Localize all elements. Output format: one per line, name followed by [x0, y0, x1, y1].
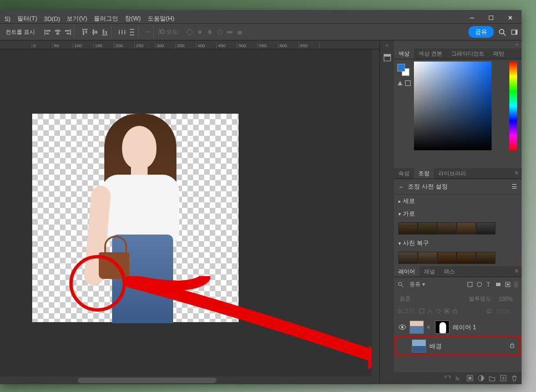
distribute-h-icon[interactable]: [118, 28, 126, 36]
adjustment-layer-icon[interactable]: [477, 374, 485, 382]
more-options[interactable]: ⋯: [143, 26, 154, 38]
lock-artboard-icon[interactable]: [443, 308, 450, 314]
menu-view[interactable]: 보기(V): [63, 14, 90, 23]
menu-help[interactable]: 도움말(H): [144, 14, 178, 23]
layer-thumbnail[interactable]: [409, 320, 424, 334]
tab-properties[interactable]: 속성: [394, 168, 414, 179]
layer-filter-dropdown[interactable]: 종류 ▾: [407, 279, 446, 289]
search-icon[interactable]: [498, 28, 506, 36]
tab-channels[interactable]: 채널: [419, 266, 439, 277]
preset-thumb[interactable]: [418, 222, 437, 235]
menu-s[interactable]: S): [1, 16, 14, 22]
menu-filter[interactable]: 필터(T): [14, 14, 41, 23]
camera-icon[interactable]: [236, 28, 244, 36]
slide-icon[interactable]: [226, 28, 234, 36]
dolly-icon[interactable]: [206, 28, 214, 36]
scrollbar-thumb[interactable]: [78, 378, 216, 383]
history-panel-icon[interactable]: [382, 53, 392, 63]
menu-plugin[interactable]: 플러그인: [90, 14, 122, 23]
menu-window[interactable]: 창(W): [122, 14, 144, 23]
delete-layer-icon[interactable]: [510, 374, 518, 382]
adj-section-photo-restore[interactable]: 사진 복구: [394, 237, 522, 250]
preset-thumb[interactable]: [476, 252, 495, 264]
lock-icon[interactable]: [509, 343, 515, 349]
foreground-color-swatch[interactable]: [397, 64, 405, 72]
filter-type-icon[interactable]: T: [486, 281, 492, 288]
align-right-icon[interactable]: [64, 28, 72, 36]
visibility-toggle[interactable]: [398, 323, 406, 331]
fill-input[interactable]: 100%: [496, 308, 518, 314]
roll-icon[interactable]: [216, 28, 224, 36]
filter-adjustment-icon[interactable]: [476, 281, 483, 288]
menu-3d[interactable]: 3D(D): [41, 16, 63, 22]
lock-pixels-icon[interactable]: [427, 308, 433, 314]
panels-collapse-icon[interactable]: »: [394, 40, 522, 48]
align-middle-icon[interactable]: [91, 28, 99, 36]
list-view-icon[interactable]: ☰: [512, 183, 517, 190]
filter-pixel-icon[interactable]: [467, 281, 473, 288]
tab-paths[interactable]: 패스: [439, 266, 459, 277]
preset-thumb[interactable]: [457, 222, 476, 235]
distribute-v-icon[interactable]: [128, 28, 136, 36]
close-button[interactable]: ✕: [500, 12, 519, 23]
preset-thumb[interactable]: [418, 252, 437, 264]
adj-section-vertical[interactable]: 세로: [394, 195, 522, 207]
filter-smart-icon[interactable]: [504, 281, 511, 288]
back-arrow-icon[interactable]: ←: [398, 184, 404, 190]
horizontal-scrollbar[interactable]: [0, 376, 380, 384]
layers-panel-menu-icon[interactable]: ≡: [512, 266, 522, 277]
layer-row-background[interactable]: 배경: [395, 336, 520, 356]
web-safe-color[interactable]: [405, 80, 411, 86]
tab-adjustments[interactable]: 조정: [414, 168, 434, 179]
tab-patterns[interactable]: 패턴: [489, 48, 509, 59]
layer-name[interactable]: 배경: [429, 342, 442, 350]
fx-icon[interactable]: fx: [455, 374, 463, 382]
preset-thumb[interactable]: [437, 252, 457, 264]
panel-menu-icon[interactable]: ≡: [512, 168, 522, 179]
control-panel-toggle[interactable]: 컨트롤 표시: [3, 28, 37, 36]
tab-layers[interactable]: 레이어: [394, 266, 419, 277]
layer-mask-thumbnail[interactable]: [435, 320, 449, 334]
link-layers-icon[interactable]: [444, 374, 452, 382]
preset-thumb[interactable]: [398, 252, 418, 264]
blend-mode-dropdown[interactable]: 표준: [397, 294, 447, 304]
align-center-h-icon[interactable]: [54, 28, 62, 36]
filter-shape-icon[interactable]: [495, 281, 502, 288]
foreground-background-colors[interactable]: [397, 64, 409, 76]
layer-row-1[interactable]: ⎘ 레이어 1: [394, 318, 522, 336]
collapse-chevron-icon[interactable]: «: [386, 43, 388, 48]
adj-section-horizontal[interactable]: 가로: [394, 207, 522, 220]
tab-color[interactable]: 색상: [394, 48, 414, 59]
tab-gradients[interactable]: 그레이디언트: [447, 48, 489, 59]
share-button[interactable]: 공유: [468, 26, 494, 38]
tab-libraries[interactable]: 라이브러리: [434, 168, 471, 179]
maximize-button[interactable]: ☐: [482, 12, 500, 23]
preset-thumb[interactable]: [437, 222, 457, 235]
minimize-button[interactable]: ─: [463, 12, 482, 23]
hue-slider[interactable]: [509, 62, 517, 150]
layer-name[interactable]: 레이어 1: [453, 323, 476, 332]
workspace-icon[interactable]: [510, 28, 518, 36]
tab-swatches[interactable]: 색상 견본: [414, 48, 447, 59]
filter-toggle[interactable]: [514, 281, 518, 288]
lock-transparency-icon[interactable]: [418, 308, 425, 314]
vertical-scrollbar[interactable]: [372, 49, 380, 376]
search-icon[interactable]: [397, 281, 404, 288]
align-left-icon[interactable]: [44, 28, 52, 36]
pan-icon[interactable]: [196, 28, 204, 36]
link-icon[interactable]: ⎘: [427, 325, 432, 329]
preset-thumb[interactable]: [457, 252, 476, 264]
orbit-icon[interactable]: [186, 28, 194, 36]
preset-thumb[interactable]: [476, 222, 495, 235]
lock-position-icon[interactable]: [435, 308, 442, 314]
align-bottom-icon[interactable]: [101, 28, 109, 36]
new-layer-icon[interactable]: [499, 374, 507, 382]
opacity-input[interactable]: 100%: [496, 295, 518, 303]
mask-icon[interactable]: [466, 374, 474, 382]
horizontal-ruler[interactable]: 0 50 100 150 200 250 300 350 400 450 500…: [0, 40, 380, 49]
document-canvas[interactable]: [32, 114, 239, 322]
layer-thumbnail[interactable]: [412, 339, 426, 353]
group-icon[interactable]: [488, 374, 496, 382]
lock-all-icon[interactable]: [452, 308, 458, 314]
preset-thumb[interactable]: [398, 222, 418, 235]
